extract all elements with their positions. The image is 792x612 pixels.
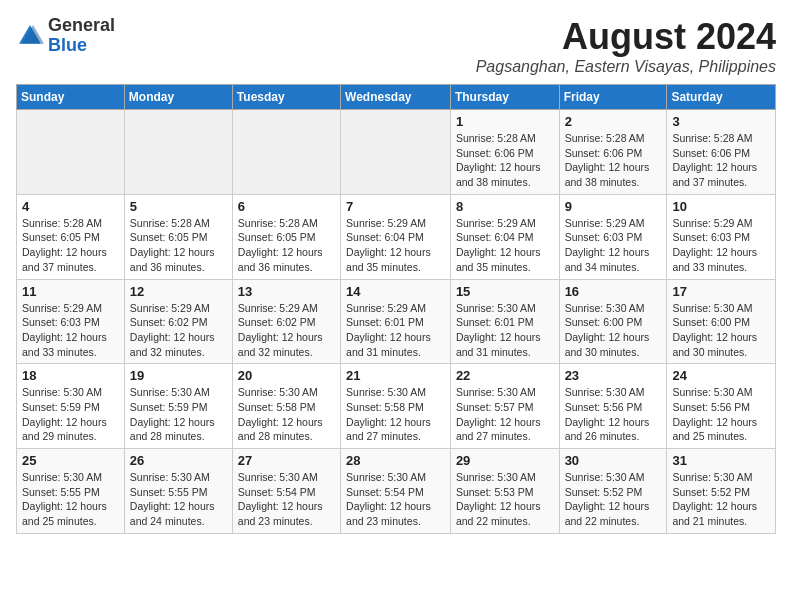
calendar-day-cell: 19Sunrise: 5:30 AM Sunset: 5:59 PM Dayli… <box>124 364 232 449</box>
day-detail: Sunrise: 5:30 AM Sunset: 5:56 PM Dayligh… <box>672 385 770 444</box>
day-detail: Sunrise: 5:29 AM Sunset: 6:01 PM Dayligh… <box>346 301 445 360</box>
calendar-day-cell: 31Sunrise: 5:30 AM Sunset: 5:52 PM Dayli… <box>667 449 776 534</box>
calendar-header: SundayMondayTuesdayWednesdayThursdayFrid… <box>17 85 776 110</box>
calendar-day-cell: 17Sunrise: 5:30 AM Sunset: 6:00 PM Dayli… <box>667 279 776 364</box>
day-number: 31 <box>672 453 770 468</box>
day-detail: Sunrise: 5:30 AM Sunset: 5:56 PM Dayligh… <box>565 385 662 444</box>
day-detail: Sunrise: 5:30 AM Sunset: 5:58 PM Dayligh… <box>346 385 445 444</box>
day-number: 15 <box>456 284 554 299</box>
day-number: 4 <box>22 199 119 214</box>
logo-blue-text: Blue <box>48 35 87 55</box>
calendar-header-row: SundayMondayTuesdayWednesdayThursdayFrid… <box>17 85 776 110</box>
day-number: 14 <box>346 284 445 299</box>
day-detail: Sunrise: 5:29 AM Sunset: 6:02 PM Dayligh… <box>130 301 227 360</box>
day-detail: Sunrise: 5:30 AM Sunset: 5:57 PM Dayligh… <box>456 385 554 444</box>
day-number: 2 <box>565 114 662 129</box>
calendar-day-cell: 25Sunrise: 5:30 AM Sunset: 5:55 PM Dayli… <box>17 449 125 534</box>
day-detail: Sunrise: 5:30 AM Sunset: 6:00 PM Dayligh… <box>672 301 770 360</box>
day-number: 25 <box>22 453 119 468</box>
day-detail: Sunrise: 5:28 AM Sunset: 6:05 PM Dayligh… <box>22 216 119 275</box>
day-number: 17 <box>672 284 770 299</box>
day-detail: Sunrise: 5:30 AM Sunset: 5:53 PM Dayligh… <box>456 470 554 529</box>
day-detail: Sunrise: 5:30 AM Sunset: 6:00 PM Dayligh… <box>565 301 662 360</box>
calendar-body: 1Sunrise: 5:28 AM Sunset: 6:06 PM Daylig… <box>17 110 776 534</box>
calendar-day-cell: 6Sunrise: 5:28 AM Sunset: 6:05 PM Daylig… <box>232 194 340 279</box>
logo-icon <box>16 22 44 50</box>
calendar-day-cell: 7Sunrise: 5:29 AM Sunset: 6:04 PM Daylig… <box>341 194 451 279</box>
calendar-day-cell: 10Sunrise: 5:29 AM Sunset: 6:03 PM Dayli… <box>667 194 776 279</box>
calendar-day-cell: 9Sunrise: 5:29 AM Sunset: 6:03 PM Daylig… <box>559 194 667 279</box>
calendar-header-cell: Tuesday <box>232 85 340 110</box>
calendar-day-cell: 2Sunrise: 5:28 AM Sunset: 6:06 PM Daylig… <box>559 110 667 195</box>
day-number: 12 <box>130 284 227 299</box>
calendar-day-cell: 29Sunrise: 5:30 AM Sunset: 5:53 PM Dayli… <box>450 449 559 534</box>
day-detail: Sunrise: 5:30 AM Sunset: 5:55 PM Dayligh… <box>130 470 227 529</box>
day-number: 20 <box>238 368 335 383</box>
day-number: 9 <box>565 199 662 214</box>
day-detail: Sunrise: 5:30 AM Sunset: 5:52 PM Dayligh… <box>565 470 662 529</box>
day-number: 19 <box>130 368 227 383</box>
day-detail: Sunrise: 5:29 AM Sunset: 6:02 PM Dayligh… <box>238 301 335 360</box>
calendar-day-cell: 21Sunrise: 5:30 AM Sunset: 5:58 PM Dayli… <box>341 364 451 449</box>
day-number: 3 <box>672 114 770 129</box>
calendar-header-cell: Thursday <box>450 85 559 110</box>
day-detail: Sunrise: 5:30 AM Sunset: 5:58 PM Dayligh… <box>238 385 335 444</box>
day-number: 16 <box>565 284 662 299</box>
day-number: 6 <box>238 199 335 214</box>
calendar-day-cell: 13Sunrise: 5:29 AM Sunset: 6:02 PM Dayli… <box>232 279 340 364</box>
day-number: 1 <box>456 114 554 129</box>
day-number: 24 <box>672 368 770 383</box>
calendar-header-cell: Friday <box>559 85 667 110</box>
day-number: 18 <box>22 368 119 383</box>
calendar-header-cell: Monday <box>124 85 232 110</box>
day-number: 5 <box>130 199 227 214</box>
calendar-day-cell: 3Sunrise: 5:28 AM Sunset: 6:06 PM Daylig… <box>667 110 776 195</box>
day-detail: Sunrise: 5:30 AM Sunset: 5:52 PM Dayligh… <box>672 470 770 529</box>
title-block: August 2024 Pagsanghan, Eastern Visayas,… <box>476 16 776 76</box>
day-detail: Sunrise: 5:28 AM Sunset: 6:06 PM Dayligh… <box>672 131 770 190</box>
day-detail: Sunrise: 5:29 AM Sunset: 6:03 PM Dayligh… <box>672 216 770 275</box>
day-detail: Sunrise: 5:30 AM Sunset: 5:54 PM Dayligh… <box>238 470 335 529</box>
day-detail: Sunrise: 5:29 AM Sunset: 6:03 PM Dayligh… <box>22 301 119 360</box>
calendar-day-cell: 14Sunrise: 5:29 AM Sunset: 6:01 PM Dayli… <box>341 279 451 364</box>
day-detail: Sunrise: 5:30 AM Sunset: 5:59 PM Dayligh… <box>130 385 227 444</box>
day-detail: Sunrise: 5:29 AM Sunset: 6:04 PM Dayligh… <box>346 216 445 275</box>
day-detail: Sunrise: 5:29 AM Sunset: 6:03 PM Dayligh… <box>565 216 662 275</box>
calendar-day-cell: 27Sunrise: 5:30 AM Sunset: 5:54 PM Dayli… <box>232 449 340 534</box>
calendar-table: SundayMondayTuesdayWednesdayThursdayFrid… <box>16 84 776 534</box>
subtitle: Pagsanghan, Eastern Visayas, Philippines <box>476 58 776 76</box>
day-number: 7 <box>346 199 445 214</box>
day-detail: Sunrise: 5:30 AM Sunset: 5:55 PM Dayligh… <box>22 470 119 529</box>
day-number: 22 <box>456 368 554 383</box>
calendar-day-cell: 8Sunrise: 5:29 AM Sunset: 6:04 PM Daylig… <box>450 194 559 279</box>
day-detail: Sunrise: 5:29 AM Sunset: 6:04 PM Dayligh… <box>456 216 554 275</box>
calendar-week-row: 1Sunrise: 5:28 AM Sunset: 6:06 PM Daylig… <box>17 110 776 195</box>
calendar-day-cell: 22Sunrise: 5:30 AM Sunset: 5:57 PM Dayli… <box>450 364 559 449</box>
day-detail: Sunrise: 5:28 AM Sunset: 6:05 PM Dayligh… <box>130 216 227 275</box>
calendar-day-cell: 18Sunrise: 5:30 AM Sunset: 5:59 PM Dayli… <box>17 364 125 449</box>
calendar-day-cell: 20Sunrise: 5:30 AM Sunset: 5:58 PM Dayli… <box>232 364 340 449</box>
logo: General Blue <box>16 16 115 56</box>
calendar-week-row: 4Sunrise: 5:28 AM Sunset: 6:05 PM Daylig… <box>17 194 776 279</box>
calendar-day-cell: 5Sunrise: 5:28 AM Sunset: 6:05 PM Daylig… <box>124 194 232 279</box>
calendar-day-cell: 12Sunrise: 5:29 AM Sunset: 6:02 PM Dayli… <box>124 279 232 364</box>
calendar-day-cell: 11Sunrise: 5:29 AM Sunset: 6:03 PM Dayli… <box>17 279 125 364</box>
day-detail: Sunrise: 5:28 AM Sunset: 6:06 PM Dayligh… <box>565 131 662 190</box>
calendar-week-row: 18Sunrise: 5:30 AM Sunset: 5:59 PM Dayli… <box>17 364 776 449</box>
day-number: 30 <box>565 453 662 468</box>
calendar-header-cell: Sunday <box>17 85 125 110</box>
calendar-week-row: 25Sunrise: 5:30 AM Sunset: 5:55 PM Dayli… <box>17 449 776 534</box>
day-number: 8 <box>456 199 554 214</box>
calendar-day-cell: 26Sunrise: 5:30 AM Sunset: 5:55 PM Dayli… <box>124 449 232 534</box>
day-detail: Sunrise: 5:28 AM Sunset: 6:06 PM Dayligh… <box>456 131 554 190</box>
calendar-day-cell <box>232 110 340 195</box>
main-title: August 2024 <box>476 16 776 58</box>
day-detail: Sunrise: 5:30 AM Sunset: 6:01 PM Dayligh… <box>456 301 554 360</box>
day-number: 26 <box>130 453 227 468</box>
calendar-day-cell: 28Sunrise: 5:30 AM Sunset: 5:54 PM Dayli… <box>341 449 451 534</box>
calendar-day-cell <box>124 110 232 195</box>
day-detail: Sunrise: 5:30 AM Sunset: 5:59 PM Dayligh… <box>22 385 119 444</box>
calendar-header-cell: Saturday <box>667 85 776 110</box>
day-number: 29 <box>456 453 554 468</box>
calendar-header-cell: Wednesday <box>341 85 451 110</box>
